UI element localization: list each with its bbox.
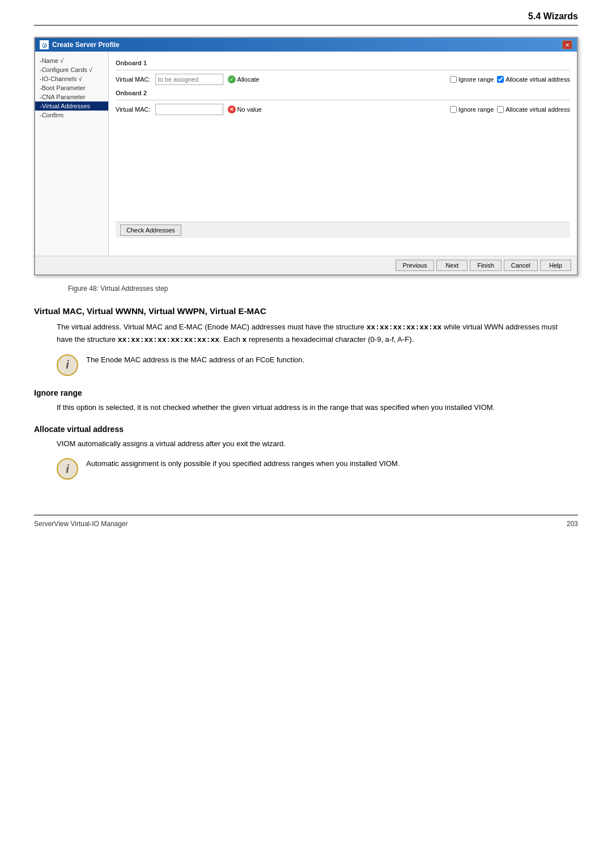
divider-1: [116, 70, 570, 70]
nav-item-io-channels[interactable]: -IO-Channels √: [35, 74, 108, 83]
vmac1-label: Virtual MAC:: [116, 76, 151, 83]
help-button[interactable]: Help: [540, 260, 571, 271]
info-icon-1: [57, 354, 79, 377]
info-icon-2: [57, 458, 79, 481]
ignore-range-1-text: Ignore range: [458, 76, 494, 83]
figure-caption: Figure 48: Virtual Addresses step: [68, 285, 578, 293]
nav-item-name[interactable]: -Name √: [35, 56, 108, 65]
ignore-range-heading: Ignore range: [34, 388, 578, 397]
nav-item-boot-parameter[interactable]: -Boot Parameter: [35, 83, 108, 92]
dialog-title-icon: ◶: [40, 40, 49, 49]
onboard1-status: ✓ Allocate: [228, 75, 260, 83]
info-circle-icon-1: [57, 354, 78, 376]
section-heading: Virtual MAC, Virtual WWNN, Virtual WWPN,…: [34, 306, 578, 316]
header-title: 5.4 Wizards: [528, 11, 578, 21]
vmac2-input[interactable]: [155, 104, 223, 115]
dialog-main-content: Onboard 1 Virtual MAC: ✓ Allocate Ignore…: [109, 52, 577, 256]
allocate-label: Allocate: [237, 76, 260, 83]
cancel-button[interactable]: Cancel: [504, 260, 538, 271]
dialog-body: -Name √ -Configure Cards √ -IO-Channels …: [35, 52, 577, 256]
ignore-range-2-checkbox[interactable]: [450, 106, 457, 113]
footer-right: 203: [567, 520, 578, 528]
create-server-profile-dialog: ◶ Create Server Profile ✕ -Name √ -Confi…: [34, 37, 578, 276]
onboard2-right-options: Ignore range Allocate virtual address: [450, 106, 570, 113]
onboard1-right-options: Ignore range Allocate virtual address: [450, 76, 570, 83]
check-addresses-bar: Check Addresses: [116, 222, 570, 238]
body-text-1: The virtual address. Virtual MAC and E-M…: [57, 321, 567, 346]
finish-button[interactable]: Finish: [470, 260, 501, 271]
footer-left: ServerView Virtual-IO Manager: [34, 520, 128, 528]
ignore-range-1-label: Ignore range: [450, 76, 494, 83]
dialog-titlebar: ◶ Create Server Profile ✕: [35, 38, 577, 52]
info-text-2: Automatic assignment is only possible if…: [86, 458, 555, 470]
titlebar-left: ◶ Create Server Profile: [40, 40, 120, 49]
allocate-virtual-1-checkbox[interactable]: [497, 76, 504, 83]
ignore-range-1-checkbox[interactable]: [450, 76, 457, 83]
page-footer: ServerView Virtual-IO Manager 203: [34, 515, 578, 528]
previous-button[interactable]: Previous: [396, 260, 435, 271]
check-addresses-button[interactable]: Check Addresses: [120, 225, 181, 236]
red-x-icon: ✕: [228, 105, 236, 113]
onboard2-row: Virtual MAC: ✕ No value Ignore range All…: [116, 104, 570, 115]
nav-item-confirm[interactable]: -Confirm: [35, 111, 108, 120]
nav-item-virtual-addresses[interactable]: -Virtual Addresses: [35, 101, 108, 111]
dialog-close-button[interactable]: ✕: [562, 40, 572, 49]
info-circle-icon-2: [57, 458, 78, 480]
green-check-icon: ✓: [228, 75, 236, 83]
vmac2-label: Virtual MAC:: [116, 106, 151, 113]
allocate-virtual-2-checkbox[interactable]: [497, 106, 504, 113]
vmac1-input[interactable]: [155, 74, 223, 85]
allocate-virtual-2-label: Allocate virtual address: [497, 106, 570, 113]
body-text-ignore: If this option is selected, it is not ch…: [57, 402, 567, 414]
onboard1-row: Virtual MAC: ✓ Allocate Ignore range All…: [116, 74, 570, 85]
allocate-virtual-heading: Allocate virtual address: [34, 425, 578, 434]
allocate-virtual-1-text: Allocate virtual address: [505, 76, 570, 83]
info-box-1: The Enode MAC address is the MAC address…: [57, 354, 555, 377]
dialog-nav: -Name √ -Configure Cards √ -IO-Channels …: [35, 52, 109, 256]
novalue-label: No value: [237, 106, 262, 113]
divider-2: [116, 100, 570, 100]
ignore-range-2-text: Ignore range: [458, 106, 494, 113]
dialog-title: Create Server Profile: [52, 41, 120, 49]
allocate-virtual-1-label: Allocate virtual address: [497, 76, 570, 83]
body-text-allocate: VIOM automatically assigns a virtual add…: [57, 438, 567, 450]
onboard1-label: Onboard 1: [116, 60, 570, 66]
info-text-1: The Enode MAC address is the MAC address…: [86, 354, 555, 366]
content-spacer: [116, 120, 570, 222]
page-header: 5.4 Wizards: [34, 11, 578, 26]
allocate-virtual-2-text: Allocate virtual address: [505, 106, 570, 113]
nav-item-cna-parameter[interactable]: -CNA Parameter: [35, 92, 108, 101]
ignore-range-2-label: Ignore range: [450, 106, 494, 113]
onboard2-status: ✕ No value: [228, 105, 262, 113]
nav-item-configure-cards[interactable]: -Configure Cards √: [35, 65, 108, 74]
dialog-footer: Previous Next Finish Cancel Help: [35, 256, 577, 274]
next-button[interactable]: Next: [436, 260, 468, 271]
info-box-2: Automatic assignment is only possible if…: [57, 458, 555, 481]
onboard2-label: Onboard 2: [116, 90, 570, 96]
